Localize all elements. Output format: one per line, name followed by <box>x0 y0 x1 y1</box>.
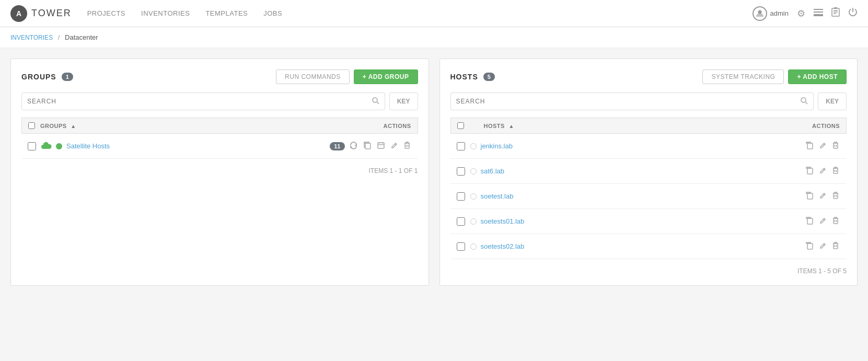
svg-rect-40 <box>834 218 838 224</box>
hosts-table-header: HOSTS ▲ ACTIONS <box>450 118 847 134</box>
host-edit-button[interactable] <box>818 166 828 177</box>
groups-column-header: GROUPS ▲ <box>40 123 384 129</box>
group-name-link[interactable]: Satellite Hosts <box>66 142 330 150</box>
system-tracking-button[interactable]: SYSTEM TRACKING <box>702 69 784 84</box>
host-row-checkbox[interactable] <box>457 192 465 201</box>
svg-rect-3 <box>814 14 823 15</box>
nav-links: PROJECTS INVENTORIES TEMPLATES JOBS <box>87 9 753 17</box>
brand-logo: A <box>10 5 27 22</box>
host-delete-button[interactable] <box>831 191 840 202</box>
host-row-checkbox[interactable] <box>457 217 465 226</box>
svg-rect-45 <box>834 243 838 249</box>
host-delete-button[interactable] <box>831 216 840 227</box>
group-copy-button[interactable] <box>362 141 373 152</box>
svg-rect-23 <box>807 143 813 149</box>
notepad-icon[interactable] <box>831 7 840 19</box>
brand[interactable]: A TOWER <box>10 5 72 22</box>
host-name-link[interactable]: jenkins.lab <box>481 142 805 150</box>
host-delete-button[interactable] <box>831 166 840 177</box>
svg-point-21 <box>801 98 806 102</box>
list-icon[interactable] <box>814 9 823 18</box>
group-sync-button[interactable] <box>348 141 359 152</box>
host-copy-button[interactable] <box>804 166 815 177</box>
run-commands-button[interactable]: RUN COMMANDS <box>276 69 350 84</box>
host-copy-button[interactable] <box>804 191 815 202</box>
host-delete-button[interactable] <box>831 241 840 252</box>
groups-items-count: ITEMS 1 - 1 OF 1 <box>21 167 418 174</box>
host-row-checkbox[interactable] <box>457 167 465 176</box>
hosts-panel-actions: SYSTEM TRACKING + ADD HOST <box>702 69 847 84</box>
hosts-panel-header: HOSTS 5 SYSTEM TRACKING + ADD HOST <box>450 69 847 84</box>
hosts-search-button[interactable] <box>801 97 808 106</box>
group-delete-button[interactable] <box>402 141 412 152</box>
groups-table-header: GROUPS ▲ ACTIONS <box>21 118 418 134</box>
host-edit-button[interactable] <box>818 141 828 152</box>
svg-line-22 <box>806 102 808 104</box>
host-name-link[interactable]: sat6.lab <box>481 167 805 175</box>
navbar-right: admin ⚙ <box>753 6 858 21</box>
host-row-actions <box>804 166 840 177</box>
groups-search-input[interactable] <box>27 98 372 105</box>
add-group-button[interactable]: + ADD GROUP <box>354 69 418 84</box>
nav-jobs[interactable]: JOBS <box>263 9 282 17</box>
host-status-circle <box>470 143 477 149</box>
svg-rect-18 <box>405 143 409 148</box>
host-name-link[interactable]: soetest.lab <box>481 192 805 200</box>
groups-select-all-checkbox[interactable] <box>28 122 35 129</box>
group-schedule-button[interactable] <box>376 141 386 152</box>
host-delete-button[interactable] <box>831 141 840 152</box>
host-copy-button[interactable] <box>804 216 815 227</box>
svg-rect-9 <box>834 7 837 9</box>
group-count-badge[interactable]: 11 <box>330 142 344 150</box>
groups-panel: GROUPS 1 RUN COMMANDS + ADD GROUP KEY GR… <box>10 59 429 286</box>
host-row-checkbox[interactable] <box>457 242 465 251</box>
groups-key-button[interactable]: KEY <box>389 92 418 110</box>
hosts-actions-header: ACTIONS <box>812 123 840 129</box>
hosts-panel: HOSTS 5 SYSTEM TRACKING + ADD HOST KEY H… <box>439 59 858 286</box>
hosts-select-all-checkbox[interactable] <box>457 122 464 129</box>
host-status-circle <box>470 243 477 250</box>
svg-rect-33 <box>807 193 813 199</box>
host-status-circle <box>470 218 477 225</box>
group-row-checkbox[interactable] <box>28 142 36 150</box>
svg-line-11 <box>377 102 379 104</box>
group-status-dot <box>56 143 62 149</box>
hosts-search-input[interactable] <box>456 98 801 105</box>
add-host-button[interactable]: + ADD HOST <box>788 69 847 84</box>
host-copy-button[interactable] <box>804 141 815 152</box>
host-edit-button[interactable] <box>818 241 828 252</box>
hosts-count-badge: 5 <box>483 73 495 81</box>
group-edit-button[interactable] <box>389 141 399 152</box>
host-row-checkbox[interactable] <box>457 142 465 150</box>
groups-search-button[interactable] <box>372 97 379 106</box>
groups-panel-header: GROUPS 1 RUN COMMANDS + ADD GROUP <box>21 69 418 84</box>
host-name-link[interactable]: soetests01.lab <box>481 217 805 225</box>
navbar: A TOWER PROJECTS INVENTORIES TEMPLATES J… <box>0 0 868 27</box>
svg-rect-1 <box>814 9 823 10</box>
nav-projects[interactable]: PROJECTS <box>87 9 125 17</box>
host-name-link[interactable]: soetests02.lab <box>481 242 805 250</box>
svg-rect-35 <box>834 193 838 199</box>
username-label: admin <box>770 9 789 17</box>
host-edit-button[interactable] <box>818 216 828 227</box>
user-avatar-icon <box>753 6 767 21</box>
svg-rect-2 <box>814 11 823 13</box>
power-icon[interactable] <box>848 7 858 19</box>
hosts-column-header: HOSTS ▲ <box>484 123 813 129</box>
hosts-items-count: ITEMS 1 - 5 OF 5 <box>450 267 847 275</box>
host-row-actions <box>804 216 840 227</box>
nav-templates[interactable]: TEMPLATES <box>205 9 248 17</box>
gear-icon[interactable]: ⚙ <box>797 8 805 19</box>
svg-line-44 <box>824 244 825 246</box>
host-row-actions <box>804 241 840 252</box>
breadcrumb-inventories-link[interactable]: INVENTORIES <box>10 34 53 41</box>
nav-inventories[interactable]: INVENTORIES <box>141 9 190 17</box>
svg-line-17 <box>395 144 396 145</box>
hosts-key-button[interactable]: KEY <box>818 92 847 110</box>
table-row: soetest.lab <box>450 184 847 209</box>
groups-panel-actions: RUN COMMANDS + ADD GROUP <box>276 69 418 84</box>
host-copy-button[interactable] <box>804 241 815 252</box>
host-edit-button[interactable] <box>818 191 828 202</box>
table-row: soetests01.lab <box>450 209 847 234</box>
nav-user: admin <box>753 6 789 21</box>
